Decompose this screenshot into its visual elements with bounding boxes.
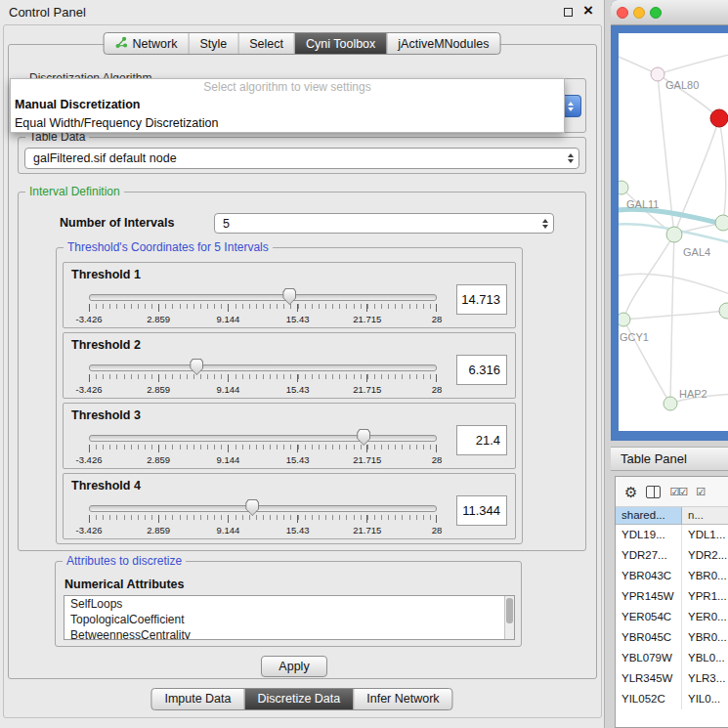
table-row[interactable]: YDR27...YDR2... (616, 545, 728, 566)
table-row[interactable]: YBR043CYBR0... (616, 566, 728, 586)
slider-major-ticks (89, 445, 437, 452)
table-row[interactable]: YER054CYER0... (616, 607, 728, 627)
network-window-titlebar[interactable] (611, 0, 728, 25)
list-item[interactable]: SelfLoops (64, 596, 514, 612)
tab-jactivemnodules[interactable]: jActiveMNodules (386, 33, 499, 54)
combo-stepper-icon (542, 219, 548, 229)
float-window-icon[interactable] (564, 8, 573, 17)
dropdown-option-equal-width[interactable]: Equal Width/Frequency Discretization (11, 114, 564, 133)
slider-track[interactable] (89, 505, 437, 512)
table-row[interactable]: YLR345WYLR3... (616, 668, 728, 689)
tab-label: Style (199, 37, 227, 51)
table-column-headers: shared... n... (616, 507, 728, 525)
node[interactable] (664, 397, 677, 410)
thresholds-group: Threshold's Coordinates for 5 Intervals … (56, 247, 523, 544)
attributes-group: Attributes to discretize Numerical Attri… (55, 561, 522, 647)
table-panel-header: Table Panel (611, 447, 728, 471)
zoom-traffic-light-icon[interactable] (650, 7, 662, 19)
threshold-2-slider[interactable]: -3.426 2.859 9.144 15.43 21.715 28 (89, 364, 437, 396)
threshold-3-value[interactable]: 21.4 (456, 425, 507, 455)
node[interactable] (666, 227, 682, 242)
dropdown-placeholder: Select algorithm to view settings (11, 79, 564, 96)
node[interactable] (719, 303, 728, 319)
threshold-4-slider[interactable]: -3.426 2.859 9.144 15.43 21.715 28 (89, 505, 437, 536)
tick-label: 21.715 (353, 454, 381, 465)
slider-track[interactable] (89, 294, 437, 301)
tick-label: 9.144 (217, 314, 240, 324)
node-label: GAL4 (683, 246, 710, 258)
threshold-1-value[interactable]: 14.713 (456, 284, 507, 315)
group-title: Threshold's Coordinates for 5 Intervals (64, 240, 273, 254)
column-header-shared-name[interactable]: shared... (616, 507, 682, 525)
node-label: GCY1 (620, 331, 649, 343)
list-item[interactable]: TopologicalCoefficient (64, 612, 514, 627)
close-traffic-light-icon[interactable] (617, 7, 628, 19)
threshold-2-value[interactable]: 6.316 (456, 355, 507, 385)
table-toolbar: ⚙ ☑☑ ☑ (616, 477, 728, 507)
cell: YDL19... (616, 525, 682, 545)
list-item[interactable]: BetweennessCentrality (64, 627, 514, 640)
apply-button[interactable]: Apply (261, 656, 327, 677)
node[interactable] (619, 313, 630, 326)
minimize-traffic-light-icon[interactable] (633, 7, 645, 19)
threshold-2-thumb[interactable] (190, 359, 203, 375)
number-of-intervals-label: Number of Intervals (60, 216, 174, 230)
tab-infer-network[interactable]: Infer Network (353, 689, 451, 709)
tab-impute-data[interactable]: Impute Data (151, 689, 243, 709)
top-tabbar: Network Style Select Cyni Toolbox jActiv… (104, 32, 501, 55)
threshold-1-panel: Threshold 1 -3.426 2.859 9.144 15.43 21.… (63, 262, 516, 328)
table-row[interactable]: YIL052CYIL0... (616, 689, 728, 709)
table-row[interactable]: YDL19...YDL1... (616, 525, 728, 545)
table-panel-body: ⚙ ☑☑ ☑ shared... n... YDL19...YDL1... YD… (615, 476, 728, 728)
node[interactable] (715, 215, 728, 231)
cell: YBL079W (616, 648, 682, 668)
show-columns-icon[interactable] (646, 486, 661, 498)
tab-network[interactable]: Network (105, 33, 189, 54)
list-scrollbar[interactable] (504, 596, 514, 639)
threshold-3-panel: Threshold 3 -3.426 2.859 9.144 15.43 21.… (63, 403, 516, 469)
threshold-4-thumb[interactable] (245, 499, 259, 516)
slider-major-ticks (89, 374, 437, 382)
tab-label: jActiveMNodules (398, 37, 489, 51)
slider-track[interactable] (89, 364, 437, 371)
scrollbar-thumb[interactable] (506, 598, 513, 623)
cell: YER054C (616, 607, 682, 627)
slider-track[interactable] (89, 435, 437, 442)
tab-select[interactable]: Select (237, 33, 294, 54)
column-header-name[interactable]: n... (682, 507, 728, 525)
table-row[interactable]: YPR145WYPR1... (616, 586, 728, 607)
interval-definition-group: Interval Definition Number of Intervals … (18, 192, 586, 551)
threshold-2-label: Threshold 2 (71, 338, 141, 352)
tab-style[interactable]: Style (188, 33, 237, 54)
tick-label: 21.715 (353, 525, 381, 535)
network-graph: GAL80 GAL11 GAL4 GCY1 HAP2 (619, 33, 728, 431)
clear-selection-icon[interactable]: ☑ (696, 487, 705, 497)
select-all-icon[interactable]: ☑☑ (669, 487, 687, 497)
threshold-3-thumb[interactable] (357, 429, 370, 446)
node-label: HAP2 (679, 388, 707, 400)
threshold-1-thumb[interactable] (282, 288, 296, 305)
selected-node[interactable] (710, 109, 728, 127)
cell: YDR27... (616, 545, 682, 566)
threshold-2-panel: Threshold 2 -3.426 2.859 9.144 15.43 21.… (63, 332, 516, 399)
network-canvas[interactable]: GAL80 GAL11 GAL4 GCY1 HAP2 (619, 33, 728, 431)
dropdown-option-manual-discretization[interactable]: Manual Discretization (11, 96, 564, 114)
table-row[interactable]: YBL079WYBL0... (616, 648, 728, 668)
close-icon[interactable]: × (583, 1, 593, 21)
table-data-select[interactable]: galFiltered.sif default node (24, 148, 579, 169)
node[interactable] (651, 67, 664, 81)
tick-label: -3.426 (76, 384, 103, 395)
threshold-1-slider[interactable]: -3.426 2.859 9.144 15.43 21.715 28 (89, 294, 437, 325)
tick-label: 15.43 (286, 384, 310, 395)
threshold-3-slider[interactable]: -3.426 2.859 9.144 15.43 21.715 28 (89, 435, 437, 466)
number-of-intervals-select[interactable]: 5 (214, 213, 554, 234)
tick-label: 21.715 (353, 384, 381, 395)
tick-label: 28 (432, 454, 443, 465)
tab-cyni-toolbox[interactable]: Cyni Toolbox (294, 33, 386, 54)
tab-discretize-data[interactable]: Discretize Data (244, 689, 354, 709)
node[interactable] (619, 181, 628, 194)
threshold-4-value[interactable]: 11.344 (456, 495, 507, 526)
gear-icon[interactable]: ⚙ (624, 485, 637, 499)
tick-label: 2.859 (147, 314, 170, 324)
table-row[interactable]: YBR045CYBR0... (616, 627, 728, 648)
